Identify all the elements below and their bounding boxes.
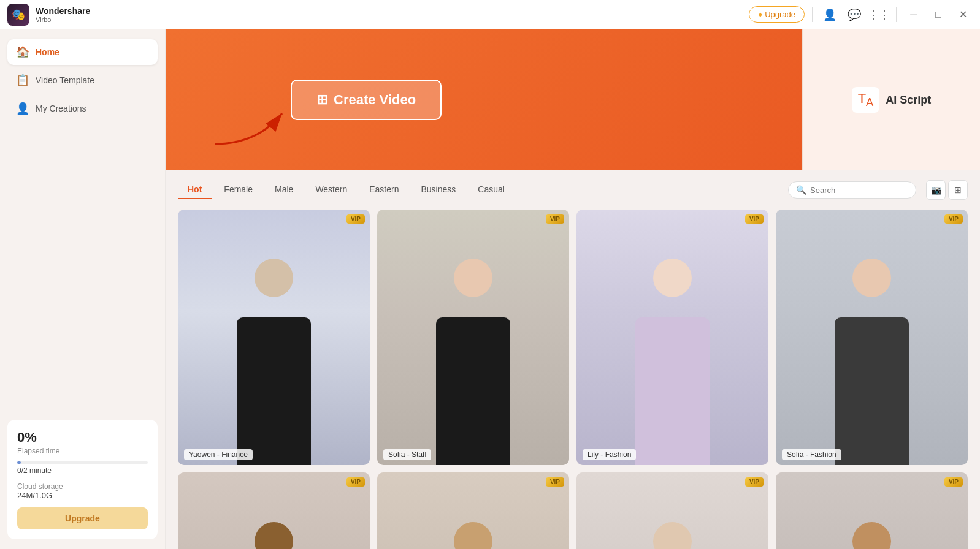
vip-badge: VIP xyxy=(546,477,564,487)
avatar-card-sofia-fashion[interactable]: VIP Sofia - Fashion xyxy=(776,210,968,465)
diamond-icon: ♦ xyxy=(758,10,762,19)
avatar-bg: VIP Sofia - Fashion xyxy=(776,210,968,465)
usage-card: 0% Elapsed time 0/2 minute Cloud storage… xyxy=(7,420,158,539)
banner: ⊞ Create Video TA AI Script xyxy=(166,29,980,170)
grid-icon[interactable]: ⋮⋮ xyxy=(869,5,889,25)
vip-badge: VIP xyxy=(944,477,963,487)
avatar-card-yaowen[interactable]: VIP Yaowen - Finance xyxy=(178,210,370,465)
upgrade-card-button[interactable]: Upgrade xyxy=(17,507,148,529)
minimize-button[interactable]: ─ xyxy=(904,5,924,25)
progress-bar xyxy=(17,461,148,464)
title-bar-actions: ♦ Upgrade 👤 💬 ⋮⋮ ─ □ ✕ xyxy=(749,5,973,25)
sidebar-item-my-creations[interactable]: 👤 My Creations xyxy=(7,96,158,121)
avatar-card-6[interactable]: VIP xyxy=(377,472,569,549)
sidebar: 🏠 Home 📋 Video Template 👤 My Creations 0… xyxy=(0,29,166,549)
ai-script-icon: TA xyxy=(852,87,880,113)
filter-tab-western[interactable]: Western xyxy=(305,181,357,199)
avatar-bg: VIP xyxy=(576,472,768,549)
avatar-bg: VIP xyxy=(178,472,370,549)
avatar-figure xyxy=(595,511,749,549)
sidebar-item-creations-label: My Creations xyxy=(36,104,86,113)
filter-tab-eastern[interactable]: Eastern xyxy=(359,181,408,199)
vip-badge: VIP xyxy=(346,214,365,224)
filter-tab-male[interactable]: Male xyxy=(265,181,303,199)
home-icon: 🏠 xyxy=(16,45,29,59)
ai-script-panel[interactable]: TA AI Script xyxy=(802,29,980,170)
content-area: ⊞ Create Video TA AI Script Hot Female M… xyxy=(166,29,980,549)
avatar-bg: VIP Yaowen - Finance xyxy=(178,210,370,465)
avatar-card-7[interactable]: VIP xyxy=(576,472,768,549)
avatar-figure xyxy=(396,511,549,549)
view-icons: 📷 ⊞ xyxy=(926,180,968,200)
vip-badge: VIP xyxy=(745,214,764,224)
search-box: 🔍 xyxy=(788,181,916,199)
grid-view-icon[interactable]: ⊞ xyxy=(948,180,968,200)
sidebar-bottom: 0% Elapsed time 0/2 minute Cloud storage… xyxy=(7,420,158,539)
app-logo: 🎭 xyxy=(7,4,29,26)
sidebar-item-home-label: Home xyxy=(36,47,59,57)
storage-value: 24M/1.0G xyxy=(17,491,148,500)
avatar-bg: VIP Lily - Fashion xyxy=(576,210,768,465)
progress-fill xyxy=(17,461,21,464)
usage-time: 0/2 minute xyxy=(17,466,148,475)
usage-label: Elapsed time xyxy=(17,447,148,455)
filter-tab-casual[interactable]: Casual xyxy=(468,181,515,199)
search-icon: 🔍 xyxy=(796,185,806,195)
filter-bar: Hot Female Male Western Eastern Business… xyxy=(178,180,968,200)
create-video-label: Create Video xyxy=(334,92,416,108)
app-name-title: Wondershare xyxy=(36,6,90,16)
avatar-figure xyxy=(197,248,350,466)
vip-badge: VIP xyxy=(745,477,764,487)
filter-tab-female[interactable]: Female xyxy=(214,181,262,199)
vip-badge: VIP xyxy=(346,477,365,487)
avatar-name-yaowen: Yaowen - Finance xyxy=(184,449,253,460)
filter-tab-hot[interactable]: Hot xyxy=(178,181,212,199)
creations-icon: 👤 xyxy=(16,102,29,115)
avatar-name-sofia-fashion: Sofia - Fashion xyxy=(782,449,841,460)
avatar-name-sofia-staff: Sofia - Staff xyxy=(383,449,431,460)
maximize-button[interactable]: □ xyxy=(928,5,948,25)
vip-badge: VIP xyxy=(546,214,564,224)
sidebar-item-template-label: Video Template xyxy=(36,75,94,85)
main-layout: 🏠 Home 📋 Video Template 👤 My Creations 0… xyxy=(0,29,980,549)
avatar-card-lily[interactable]: VIP Lily - Fashion xyxy=(576,210,768,465)
filter-search: 🔍 📷 ⊞ xyxy=(788,180,968,200)
camera-view-icon[interactable]: 📷 xyxy=(926,180,946,200)
avatar-bg: VIP Sofia - Staff xyxy=(377,210,569,465)
avatar-figure xyxy=(595,248,749,466)
avatar-figure xyxy=(795,248,948,466)
avatar-grid: VIP Yaowen - Finance VIP xyxy=(178,210,968,549)
vip-badge: VIP xyxy=(944,214,963,224)
avatar-bg: VIP xyxy=(776,472,968,549)
app-name: Wondershare Virbo xyxy=(36,6,90,23)
close-button[interactable]: ✕ xyxy=(953,5,973,25)
chat-icon[interactable]: 💬 xyxy=(844,5,864,25)
sidebar-item-home[interactable]: 🏠 Home xyxy=(7,39,158,65)
upgrade-button[interactable]: ♦ Upgrade xyxy=(749,6,805,23)
search-input[interactable] xyxy=(810,186,908,195)
avatar-figure xyxy=(197,511,350,549)
ai-script-label: AI Script xyxy=(886,94,931,107)
title-bar: 🎭 Wondershare Virbo ♦ Upgrade 👤 💬 ⋮⋮ ─ □… xyxy=(0,0,980,29)
avatar-card-5[interactable]: VIP xyxy=(178,472,370,549)
avatar-bg: VIP xyxy=(377,472,569,549)
divider xyxy=(812,7,813,22)
sidebar-item-video-template[interactable]: 📋 Video Template xyxy=(7,67,158,93)
storage-label: Cloud storage xyxy=(17,482,148,491)
user-icon[interactable]: 👤 xyxy=(820,5,840,25)
filter-tab-business[interactable]: Business xyxy=(412,181,466,199)
avatar-card-8[interactable]: VIP xyxy=(776,472,968,549)
avatar-section: Hot Female Male Western Eastern Business… xyxy=(166,170,980,549)
divider2 xyxy=(896,7,897,22)
avatar-name-lily: Lily - Fashion xyxy=(583,449,636,460)
avatar-figure xyxy=(795,511,948,549)
app-name-sub: Virbo xyxy=(36,16,90,23)
avatar-card-sofia-staff[interactable]: VIP Sofia - Staff xyxy=(377,210,569,465)
template-icon: 📋 xyxy=(16,74,29,87)
app-brand: 🎭 Wondershare Virbo xyxy=(0,0,98,29)
usage-percent: 0% xyxy=(17,430,148,445)
avatar-figure xyxy=(396,248,549,466)
